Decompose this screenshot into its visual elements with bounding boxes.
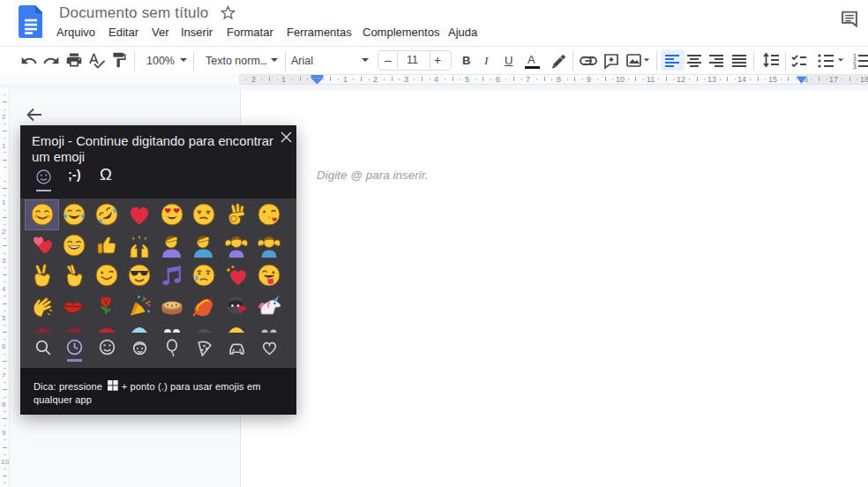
svg-text:3: 3 [853, 64, 857, 70]
